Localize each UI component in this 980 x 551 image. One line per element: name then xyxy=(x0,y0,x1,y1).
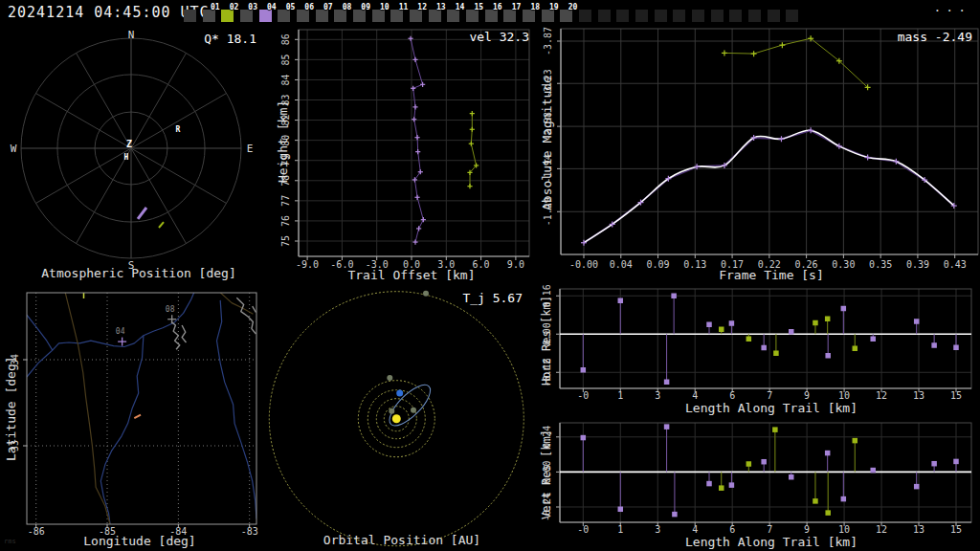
panel-horizontal-residuals: 0.160.00-0.16-013467910121315 Horz Res [… xyxy=(536,283,980,417)
station-indicator[interactable] xyxy=(673,10,685,22)
station-number: 06 xyxy=(304,3,314,11)
svg-text:-0: -0 xyxy=(577,390,589,401)
panel-vertical-residuals: 0.240.00-0.24-013467910121315 Vert Res [… xyxy=(536,417,980,551)
svg-text:84: 84 xyxy=(280,74,291,85)
magnitude-y-axis-label: Absolute Magnitude xyxy=(540,76,554,210)
svg-text:4: 4 xyxy=(692,390,698,401)
panel-atmospheric-position: Q* 18.1 NSWEZHR Atmospheric Position [de… xyxy=(0,27,268,283)
svg-text:7: 7 xyxy=(767,524,772,535)
station-indicator-06[interactable]: 06 xyxy=(297,10,309,22)
svg-text:04: 04 xyxy=(116,327,125,336)
station-strip: 0102030405060708091011121314151617181920 xyxy=(184,0,854,27)
station-indicator-16[interactable]: 16 xyxy=(485,10,498,22)
svg-text:08: 08 xyxy=(166,305,175,314)
svg-text:3: 3 xyxy=(655,524,660,535)
utc-timestamp: 20241214 04:45:00 UTC xyxy=(8,4,210,21)
station-indicator[interactable] xyxy=(184,10,196,22)
station-number: 15 xyxy=(474,3,483,11)
station-indicator-11[interactable]: 11 xyxy=(390,10,403,22)
station-number: 10 xyxy=(380,3,390,11)
station-indicator-20[interactable]: 20 xyxy=(560,10,572,22)
station-indicator-09[interactable]: 09 xyxy=(353,10,366,22)
station-indicator[interactable] xyxy=(635,10,648,22)
horz-res-y-axis-label: Horz Res [km] xyxy=(540,296,553,386)
svg-text:13: 13 xyxy=(913,524,924,535)
station-indicator[interactable] xyxy=(748,10,761,22)
svg-text:15: 15 xyxy=(950,524,962,535)
station-indicator-17[interactable]: 17 xyxy=(503,10,516,22)
station-number: 14 xyxy=(456,3,465,11)
station-number: 08 xyxy=(343,3,352,11)
station-indicator-14[interactable]: 14 xyxy=(447,10,459,22)
svg-text:N: N xyxy=(128,29,135,41)
station-indicator-12[interactable]: 12 xyxy=(410,10,422,22)
station-number: 13 xyxy=(436,3,446,11)
station-indicator-10[interactable]: 10 xyxy=(372,10,385,22)
svg-text:86: 86 xyxy=(280,33,291,45)
svg-text:13: 13 xyxy=(913,390,924,401)
station-indicator[interactable] xyxy=(711,10,724,22)
station-indicator-18[interactable]: 18 xyxy=(523,10,535,22)
station-indicator[interactable] xyxy=(729,10,742,22)
station-indicator[interactable] xyxy=(579,10,591,22)
station-indicator[interactable] xyxy=(786,10,798,22)
svg-text:7: 7 xyxy=(767,390,772,401)
velocity-value: vel 32.3 xyxy=(469,30,529,44)
station-indicator-13[interactable]: 13 xyxy=(429,10,441,22)
orbital-position-plot xyxy=(268,283,536,551)
station-indicator-01[interactable]: 01 xyxy=(203,10,215,22)
atmospheric-position-caption: Atmospheric Position [deg] xyxy=(0,266,278,280)
atmospheric-position-plot: NSWEZHR xyxy=(0,27,268,283)
station-number: 16 xyxy=(493,3,502,11)
trail-y-axis-label: Height [km] xyxy=(276,100,290,183)
svg-text:E: E xyxy=(247,143,254,155)
vert-res-x-axis-label: Length Along Trail [km] xyxy=(549,535,980,549)
station-number: 02 xyxy=(230,3,239,11)
station-indicator-02[interactable]: 02 xyxy=(221,10,234,22)
svg-text:1: 1 xyxy=(617,390,623,401)
latitude-y-axis-label: Latitude [deg] xyxy=(4,356,18,461)
station-indicator-07[interactable]: 07 xyxy=(316,10,328,22)
overflow-menu[interactable]: ... xyxy=(934,0,970,14)
station-indicator-05[interactable]: 05 xyxy=(278,10,290,22)
trail-x-axis-label: Trail Offset [km] xyxy=(278,268,546,282)
svg-text:R: R xyxy=(176,125,181,134)
ground-map-plot: 0408-86-85-84-833433 xyxy=(0,283,268,551)
svg-text:-3.87: -3.87 xyxy=(543,27,553,55)
horizontal-residuals-plot: 0.160.00-0.16-013467910121315 xyxy=(536,283,980,417)
tisserand-value: T_j 5.67 xyxy=(462,291,523,305)
panel-trail-offset: vel 32.3 8685848382807978777675-9.0-6.0-… xyxy=(268,27,536,283)
station-number: 19 xyxy=(549,3,559,11)
panel-ground-map: 0408-86-85-84-833433 Latitude [deg] Long… xyxy=(0,283,268,551)
station-indicator[interactable] xyxy=(692,10,704,22)
svg-text:77: 77 xyxy=(280,195,291,207)
frame-time-x-axis-label: Frame Time [s] xyxy=(549,268,980,282)
station-indicator[interactable] xyxy=(598,10,611,22)
svg-text:W: W xyxy=(11,143,17,155)
svg-text:15: 15 xyxy=(950,390,962,401)
horz-res-x-axis-label: Length Along Trail [km] xyxy=(549,401,980,415)
station-number: 01 xyxy=(211,3,220,11)
svg-text:9: 9 xyxy=(804,390,810,401)
svg-text:12: 12 xyxy=(876,390,887,401)
trail-offset-plot: 8685848382807978777675-9.0-6.0-3.00.03.0… xyxy=(268,27,536,283)
watermark: rms xyxy=(4,538,16,545)
svg-text:75: 75 xyxy=(280,235,291,247)
station-indicator[interactable] xyxy=(768,10,780,22)
station-indicator-08[interactable]: 08 xyxy=(334,10,346,22)
station-indicator-04[interactable]: 04 xyxy=(259,10,272,22)
station-number: 03 xyxy=(248,3,257,11)
panel-orbit: T_j 5.67 Orbital Position [AU] xyxy=(268,283,536,551)
station-indicator[interactable] xyxy=(616,10,629,22)
station-indicator[interactable] xyxy=(655,10,667,22)
svg-text:Z: Z xyxy=(126,139,132,149)
vertical-residuals-plot: 0.240.00-0.24-013467910121315 xyxy=(536,417,980,551)
mass-value: mass -2.49 xyxy=(898,30,972,44)
top-bar: 20241214 04:45:00 UTC 010203040506070809… xyxy=(0,0,980,27)
station-indicator-19[interactable]: 19 xyxy=(542,10,554,22)
svg-text:9: 9 xyxy=(804,524,810,535)
svg-text:76: 76 xyxy=(280,215,291,227)
station-indicator-03[interactable]: 03 xyxy=(240,10,253,22)
station-number: 18 xyxy=(530,3,540,11)
station-indicator-15[interactable]: 15 xyxy=(466,10,479,22)
